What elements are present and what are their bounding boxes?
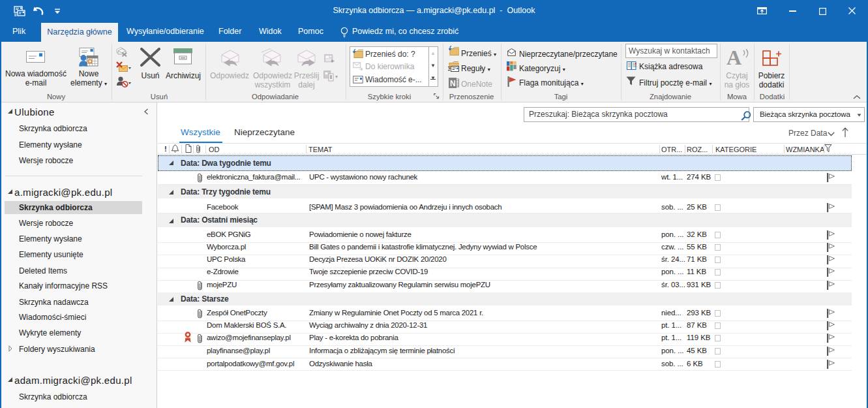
- svg-text:N: N: [450, 78, 456, 87]
